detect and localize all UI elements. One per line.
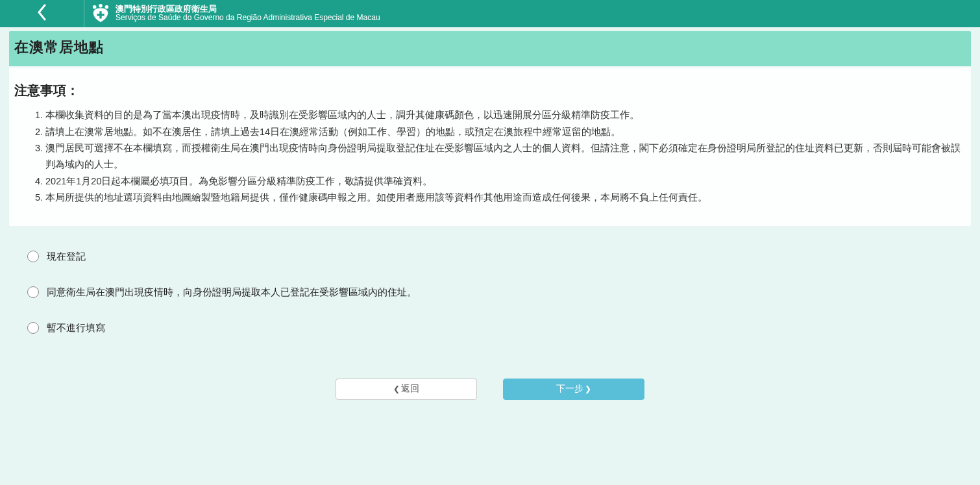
- back-button[interactable]: [0, 0, 84, 27]
- radio-icon: [27, 322, 39, 334]
- header-branding: 澳門特別行政區政府衛生局 Serviços de Saúde do Govern…: [84, 4, 380, 23]
- back-nav-button[interactable]: ❮ 返回: [336, 379, 477, 400]
- notice-item: 澳門居民可選擇不在本欄填寫，而授權衛生局在澳門出現疫情時向身份證明局提取登記住址…: [45, 140, 966, 172]
- page-title-strip: 在澳常居地點: [9, 31, 971, 66]
- option-label: 現在登記: [47, 251, 86, 263]
- notice-item: 本欄收集資料的目的是為了當本澳出現疫情時，及時識別在受影響區域內的人士，調升其健…: [45, 107, 966, 123]
- option-skip[interactable]: 暫不進行填寫: [27, 322, 953, 334]
- notice-card: 注意事項： 本欄收集資料的目的是為了當本澳出現疫情時，及時識別在受影響區域內的人…: [9, 68, 971, 226]
- notice-item: 2021年1月20日起本欄屬必填項目。為免影響分區分級精準防疫工作，敬請提供準確…: [45, 173, 966, 190]
- org-name-zh: 澳門特別行政區政府衛生局: [116, 5, 380, 14]
- notice-item: 本局所提供的地址選項資料由地圖繪製暨地籍局提供，僅作健康碼申報之用。如使用者應用…: [45, 190, 966, 206]
- option-label: 同意衛生局在澳門出現疫情時，向身份證明局提取本人已登記在受影響區域內的住址。: [47, 286, 417, 299]
- notice-heading: 注意事項：: [14, 82, 966, 99]
- health-bureau-logo-icon: [91, 4, 110, 23]
- option-label: 暫不進行填寫: [47, 322, 105, 334]
- org-name-pt: Serviços de Saúde do Governo da Região A…: [116, 14, 380, 22]
- notice-list: 本欄收集資料的目的是為了當本澳出現疫情時，及時識別在受影響區域內的人士，調升其健…: [14, 107, 966, 206]
- next-label: 下一步: [556, 383, 583, 395]
- chevron-left-icon: [37, 4, 47, 23]
- radio-icon: [27, 251, 39, 262]
- chevron-left-icon: ❮: [393, 384, 400, 393]
- svg-point-0: [93, 5, 97, 9]
- top-header: 澳門特別行政區政府衛生局 Serviços de Saúde do Govern…: [0, 0, 980, 27]
- page-title: 在澳常居地點: [14, 38, 966, 57]
- next-nav-button[interactable]: 下一步 ❯: [503, 379, 644, 400]
- svg-point-2: [105, 5, 109, 9]
- options-group: 現在登記 同意衛生局在澳門出現疫情時，向身份證明局提取本人已登記在受影響區域內的…: [9, 251, 971, 334]
- chevron-right-icon: ❯: [585, 384, 591, 393]
- svg-rect-4: [97, 14, 104, 16]
- radio-icon: [27, 286, 39, 298]
- nav-buttons: ❮ 返回 下一步 ❯: [0, 379, 980, 426]
- notice-item: 請填上在澳常居地點。如不在澳居住，請填上過去14日在澳經常活動（例如工作、學習）…: [45, 124, 966, 140]
- back-label: 返回: [401, 383, 419, 395]
- svg-point-1: [99, 4, 103, 8]
- option-authorize-dsi[interactable]: 同意衛生局在澳門出現疫情時，向身份證明局提取本人已登記在受影響區域內的住址。: [27, 286, 953, 299]
- option-register-now[interactable]: 現在登記: [27, 251, 953, 263]
